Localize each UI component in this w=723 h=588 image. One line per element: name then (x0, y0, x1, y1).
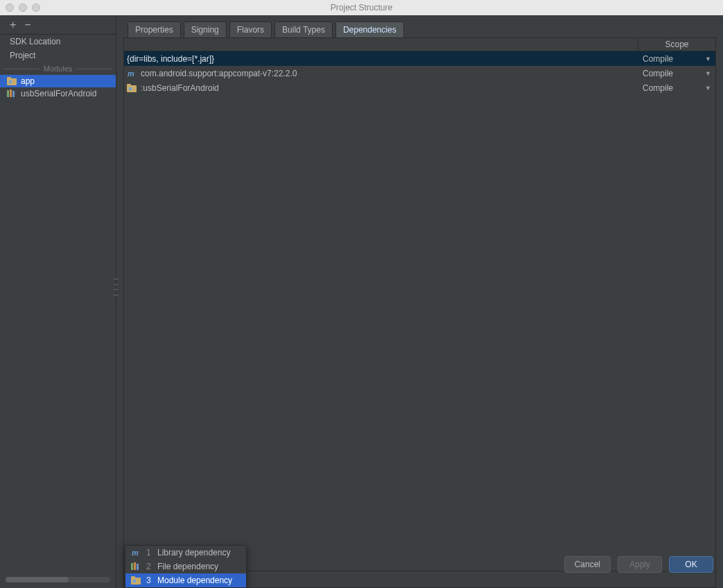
module-app[interactable]: app (0, 75, 116, 87)
svg-rect-1 (7, 77, 11, 80)
content-area: Properties Signing Flavors Build Types D… (116, 15, 723, 588)
svg-text:m: m (132, 548, 139, 557)
svg-rect-2 (9, 80, 12, 83)
tab-properties[interactable]: Properties (128, 21, 181, 37)
popup-item-label: File dependency (157, 562, 218, 571)
svg-rect-13 (137, 564, 139, 570)
scope-column-header[interactable]: Scope (638, 38, 715, 51)
module-label: usbSerialForAndroid (21, 89, 96, 98)
sidebar-scrollbar[interactable] (6, 577, 110, 582)
scrollbar-thumb[interactable] (6, 577, 69, 582)
svg-rect-9 (129, 87, 132, 90)
dependency-row[interactable]: m com.android.support:appcompat-v7:22.2.… (124, 66, 715, 80)
svg-rect-4 (10, 89, 12, 97)
dependency-label: :usbSerialForAndroid (141, 83, 219, 93)
window-traffic-lights (0, 3, 40, 12)
popup-shortcut-number: 2 (146, 562, 152, 571)
popup-library-dependency[interactable]: m 1 Library dependency (125, 546, 246, 560)
titlebar: Project Structure (0, 0, 723, 15)
dependency-label: {dir=libs, include=[*.jar]} (127, 54, 214, 64)
scope-value: Compile (643, 54, 673, 64)
maven-icon: m (131, 548, 141, 557)
chevron-down-icon: ▼ (705, 85, 711, 92)
svg-rect-8 (127, 84, 131, 87)
panel-empty-area (124, 95, 715, 571)
remove-module-button[interactable]: − (24, 19, 31, 31)
scope-dropdown[interactable]: Compile ▼ (638, 54, 715, 64)
sidebar-item-sdk-location[interactable]: SDK Location (0, 35, 116, 49)
module-folder-icon (7, 76, 17, 86)
modules-header: Modules (0, 62, 116, 75)
module-folder-icon (127, 83, 137, 93)
add-module-button[interactable]: + (10, 19, 16, 31)
main-area: + − SDK Location Project Modules app usb… (0, 15, 723, 588)
chevron-down-icon: ▼ (705, 55, 711, 62)
tabs: Properties Signing Flavors Build Types D… (128, 19, 716, 37)
svg-text:m: m (128, 69, 134, 78)
dialog-buttons: Cancel Apply OK (564, 556, 713, 573)
tab-flavors[interactable]: Flavors (229, 21, 272, 37)
popup-shortcut-number: 3 (146, 576, 152, 585)
popup-item-label: Library dependency (157, 548, 230, 557)
popup-item-label: Module dependency (157, 576, 232, 585)
popup-module-dependency[interactable]: 3 Module dependency (125, 573, 246, 587)
dependency-row[interactable]: {dir=libs, include=[*.jar]} Compile ▼ (124, 51, 715, 66)
scope-dropdown[interactable]: Compile ▼ (638, 83, 715, 93)
tab-signing[interactable]: Signing (184, 21, 227, 37)
svg-rect-11 (131, 563, 133, 570)
module-folder-icon (131, 576, 141, 585)
svg-rect-5 (12, 91, 15, 97)
dependencies-panel: Scope {dir=libs, include=[*.jar]} Compil… (123, 37, 716, 588)
table-header: Scope (124, 38, 715, 51)
close-window-icon[interactable] (6, 3, 14, 12)
chevron-down-icon: ▼ (705, 70, 711, 77)
scope-dropdown[interactable]: Compile ▼ (638, 69, 715, 78)
scope-value: Compile (643, 69, 673, 78)
tab-dependencies[interactable]: Dependencies (336, 21, 404, 37)
dependency-label: com.android.support:appcompat-v7:22.2.0 (141, 69, 297, 78)
dependency-row[interactable]: :usbSerialForAndroid Compile ▼ (124, 80, 715, 95)
sidebar-toolbar: + − (0, 15, 116, 35)
apply-button: Apply (618, 556, 662, 573)
svg-rect-16 (133, 580, 136, 582)
minimize-window-icon[interactable] (19, 3, 27, 12)
window-title: Project Structure (0, 3, 723, 12)
svg-rect-3 (7, 90, 9, 97)
svg-rect-15 (131, 576, 135, 579)
module-lib-icon (7, 89, 17, 98)
svg-rect-12 (134, 562, 136, 570)
modules-header-label: Modules (44, 64, 73, 73)
tab-build-types[interactable]: Build Types (275, 21, 333, 37)
zoom-window-icon[interactable] (32, 3, 40, 12)
popup-shortcut-number: 1 (146, 548, 152, 557)
module-lib-icon (131, 562, 141, 571)
module-label: app (21, 76, 35, 86)
sidebar: + − SDK Location Project Modules app usb… (0, 15, 116, 588)
cancel-button[interactable]: Cancel (564, 556, 611, 573)
sidebar-item-project[interactable]: Project (0, 49, 116, 62)
add-dependency-popup: m 1 Library dependency 2 File dependency… (125, 545, 247, 588)
module-usbserial[interactable]: usbSerialForAndroid (0, 87, 116, 100)
maven-icon: m (127, 69, 137, 78)
popup-file-dependency[interactable]: 2 File dependency (125, 560, 246, 573)
scope-value: Compile (643, 83, 673, 93)
ok-button[interactable]: OK (669, 556, 713, 573)
